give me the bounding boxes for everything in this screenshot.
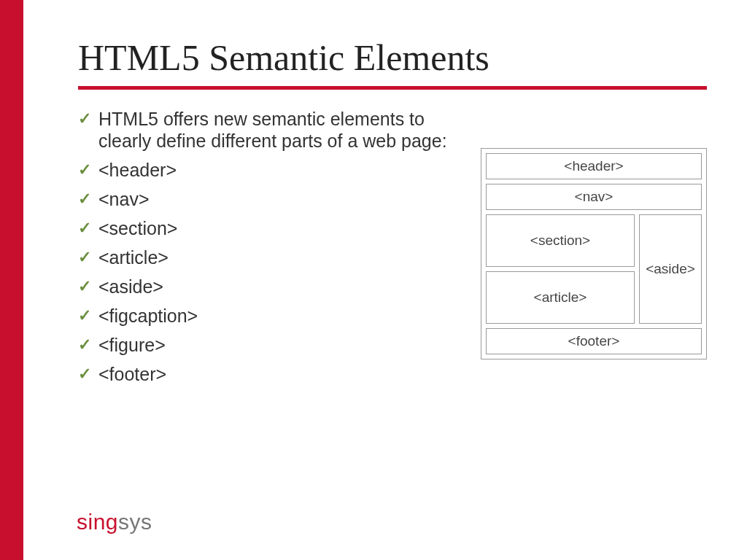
logo-part2: sys bbox=[118, 510, 152, 534]
slide-title: HTML5 Semantic Elements bbox=[78, 36, 707, 79]
diagram-middle: <section> <article> <aside> bbox=[486, 214, 702, 324]
check-icon: ✓ bbox=[78, 365, 91, 384]
list-item: ✓<footer> bbox=[78, 363, 466, 385]
accent-sidebar bbox=[0, 0, 23, 560]
slide: HTML5 Semantic Elements ✓HTML5 offers ne… bbox=[23, 0, 747, 560]
diagram-nav: <nav> bbox=[486, 184, 702, 210]
check-icon: ✓ bbox=[78, 335, 91, 354]
bullet-text: <footer> bbox=[98, 364, 166, 384]
list-item: ✓HTML5 offers new semantic elements to c… bbox=[78, 108, 466, 152]
check-icon: ✓ bbox=[78, 190, 91, 209]
bullet-list: ✓HTML5 offers new semantic elements to c… bbox=[78, 108, 466, 392]
list-item: ✓<aside> bbox=[78, 276, 466, 298]
diagram-section: <section> bbox=[486, 214, 635, 267]
diagram-article: <article> bbox=[486, 271, 635, 324]
diagram-aside: <aside> bbox=[639, 214, 702, 324]
check-icon: ✓ bbox=[78, 277, 91, 296]
bullet-text: HTML5 offers new semantic elements to cl… bbox=[98, 109, 447, 151]
bullet-text: <nav> bbox=[98, 189, 150, 209]
check-icon: ✓ bbox=[78, 109, 91, 128]
check-icon: ✓ bbox=[78, 248, 91, 267]
slide-content: ✓HTML5 offers new semantic elements to c… bbox=[78, 108, 707, 392]
list-item: ✓<header> bbox=[78, 159, 466, 181]
brand-logo: singsys bbox=[77, 510, 152, 534]
bullet-text: <section> bbox=[98, 218, 177, 238]
list-item: ✓<figcaption> bbox=[78, 305, 466, 327]
check-icon: ✓ bbox=[78, 306, 91, 325]
diagram-header: <header> bbox=[486, 153, 702, 179]
bullet-text: <header> bbox=[98, 160, 177, 180]
diagram-footer: <footer> bbox=[486, 328, 702, 354]
bullet-text: <figcaption> bbox=[98, 306, 198, 326]
title-rule bbox=[78, 86, 707, 90]
bullet-text: <article> bbox=[98, 247, 169, 268]
bullet-text: <figure> bbox=[98, 335, 166, 355]
diagram-leftcol: <section> <article> bbox=[486, 214, 635, 324]
list-item: ✓<section> bbox=[78, 217, 466, 239]
check-icon: ✓ bbox=[78, 160, 91, 179]
list-item: ✓<nav> bbox=[78, 188, 466, 210]
list-item: ✓<article> bbox=[78, 246, 466, 268]
list-item: ✓<figure> bbox=[78, 334, 466, 356]
check-icon: ✓ bbox=[78, 219, 91, 238]
layout-diagram: <header> <nav> <section> <article> <asid… bbox=[481, 148, 707, 359]
bullet-text: <aside> bbox=[98, 276, 163, 297]
logo-part1: sing bbox=[77, 510, 118, 534]
